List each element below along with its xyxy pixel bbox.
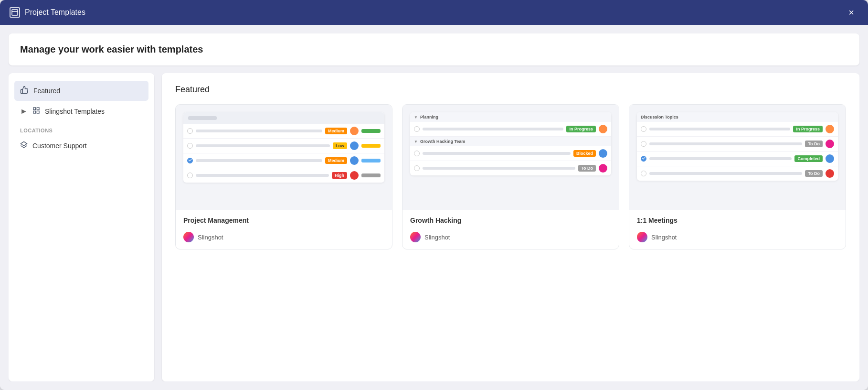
main-area: Manage your work easier with templates F… [0, 25, 868, 390]
header-title: Manage your work easier with templates [20, 44, 203, 54]
thumbs-up-icon [20, 86, 29, 96]
badge-inprogress: In Progress [793, 126, 823, 132]
slingshot-logo-3 [637, 232, 647, 242]
svg-rect-2 [33, 108, 36, 110]
group-header-discussion: Discussion Topics [637, 112, 838, 122]
svg-rect-0 [12, 10, 18, 15]
app-window: Project Templates × Manage your work eas… [0, 0, 868, 390]
card-footer-1: Slingshot [176, 228, 392, 249]
sidebar-item-featured[interactable]: Featured [14, 81, 148, 101]
row-checkbox [414, 126, 420, 132]
row-checkbox [187, 143, 193, 149]
template-card-1-1-meetings[interactable]: Discussion Topics In Progress [629, 104, 846, 249]
main-content: Featured Medi [162, 73, 859, 381]
row-line [196, 159, 322, 162]
badge-low: Low [333, 142, 347, 149]
cards-grid: Medium Low [175, 104, 846, 249]
badge-todo: To Do [578, 165, 596, 172]
close-button[interactable]: × [844, 5, 858, 20]
card-preview-growth-hacking: ▼ Planning In Progress [402, 105, 619, 210]
table-row: To Do [410, 161, 611, 175]
card-preview-project-management: Medium Low [176, 105, 392, 210]
avatar [826, 154, 834, 163]
badge-todo: To Do [805, 170, 823, 177]
chevron-icon: ▼ [414, 115, 418, 119]
table-row: Completed [637, 152, 838, 166]
row-checkbox [641, 126, 646, 132]
row-line [196, 144, 330, 147]
table-row: To Do [637, 137, 838, 152]
row-checkbox [187, 128, 193, 134]
badge-medium: Medium [325, 157, 347, 164]
avatar [350, 156, 359, 165]
color-bar [361, 144, 381, 148]
table-row: Low [183, 139, 384, 153]
title-bar-left: Project Templates [10, 7, 85, 18]
badge-blocked: Blocked [573, 150, 596, 157]
avatar [350, 171, 359, 180]
group-label-planning: Planning [420, 115, 438, 119]
svg-rect-4 [33, 111, 36, 113]
row-checkbox [414, 151, 420, 156]
badge-inprogress: In Progress [566, 126, 596, 132]
header-bar: Manage your work easier with templates [9, 33, 859, 65]
section-title: Featured [175, 85, 846, 95]
preview-header-bar-1 [188, 116, 217, 120]
avatar [350, 141, 359, 150]
title-bar: Project Templates × [0, 0, 868, 25]
svg-rect-3 [37, 108, 39, 110]
card-title-1: Project Management [176, 210, 392, 228]
slingshot-logo-1 [183, 232, 194, 242]
sidebar-item-customer-support[interactable]: Customer Support [14, 136, 148, 155]
row-checkbox [187, 173, 193, 178]
row-line [423, 152, 571, 155]
table-row: To Do [637, 166, 838, 181]
card-title-2: Growth Hacking [402, 210, 619, 228]
group-header-planning: ▼ Planning [410, 112, 611, 122]
table-row: Medium [183, 124, 384, 139]
window-icon [10, 7, 20, 18]
sidebar-item-slingshot-label: Slingshot Templates [45, 108, 105, 115]
row-checkbox [414, 165, 420, 171]
row-line [423, 128, 563, 130]
group-label-growth: Growth Hacking Team [420, 139, 465, 144]
table-row: In Progress [637, 122, 838, 137]
chevron-icon: ▼ [414, 140, 418, 144]
row-line [649, 172, 802, 175]
avatar [826, 125, 834, 133]
color-bar [361, 129, 381, 133]
svg-marker-6 [21, 141, 27, 146]
content-area: Featured ► Slingshot Templates [9, 73, 859, 381]
preview-table-1: Medium Low [183, 112, 384, 183]
row-line [196, 130, 322, 132]
sidebar-item-featured-label: Featured [33, 87, 60, 95]
row-checkbox-checked [187, 158, 193, 163]
table-row: In Progress [410, 122, 611, 137]
badge-completed: Completed [794, 155, 823, 162]
sidebar-item-slingshot[interactable]: ► Slingshot Templates [14, 102, 148, 121]
title-bar-title: Project Templates [25, 8, 85, 17]
layers-icon [20, 141, 28, 151]
card-preview-1-1-meetings: Discussion Topics In Progress [629, 105, 846, 210]
avatar [826, 140, 834, 148]
row-line [649, 157, 792, 160]
badge-high: High [332, 172, 347, 179]
avatar [599, 149, 607, 158]
row-line [196, 174, 329, 177]
sidebar-item-customer-support-label: Customer Support [32, 142, 87, 150]
row-line [649, 128, 790, 130]
group-header-growth: ▼ Growth Hacking Team [410, 137, 611, 146]
preview-table-3: Discussion Topics In Progress [637, 112, 838, 181]
avatar [599, 164, 607, 173]
color-bar [361, 173, 381, 177]
locations-section-label: LOCATIONS [14, 122, 148, 136]
expand-icon: ► [20, 108, 28, 115]
template-card-project-management[interactable]: Medium Low [175, 104, 392, 249]
avatar [826, 169, 834, 178]
template-card-growth-hacking[interactable]: ▼ Planning In Progress [402, 104, 619, 249]
table-row: High [183, 168, 384, 183]
slingshot-logo-2 [410, 232, 421, 242]
color-bar [361, 159, 381, 162]
avatar [599, 125, 607, 133]
row-checkbox [641, 171, 646, 176]
